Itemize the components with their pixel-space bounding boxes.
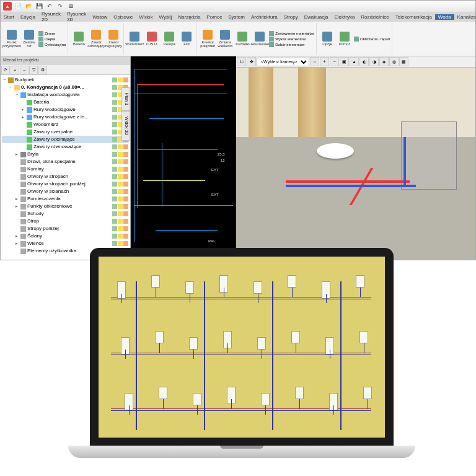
tree-expand-icon[interactable]: ▸ — [14, 151, 19, 158]
eye-icon[interactable] — [112, 196, 117, 201]
tree-expand-icon[interactable]: ▸ — [14, 195, 19, 203]
tree-item[interactable]: −0. Kondygnacja 0 (±0.00=... — [2, 84, 129, 91]
bulb-icon[interactable] — [118, 204, 123, 209]
tree-item[interactable]: Otwory w stropach poniżej — [2, 180, 129, 188]
ribbon-btn-kreator-po-cze-[interactable]: Kreator połączeń — [200, 28, 216, 50]
ribbon-btn-zaw-r-reguluj-cy[interactable]: Zawór regulujący — [105, 28, 121, 50]
tree-item[interactable]: Bateria — [2, 99, 129, 106]
tree-body[interactable]: −Budynek−0. Kondygnacja 0 (±0.00=...−Ins… — [1, 75, 130, 260]
qat-print[interactable]: 🖶 — [66, 2, 75, 11]
ribbon-btn-aksonometria[interactable]: Aksonometria — [252, 28, 268, 50]
lock-icon[interactable] — [123, 182, 128, 187]
eye-icon[interactable] — [112, 234, 117, 239]
menu-item-edycja[interactable]: Edycja — [17, 14, 38, 20]
tree-item[interactable]: Strop — [2, 218, 129, 225]
tree-item[interactable]: Otwory w ścianach — [2, 188, 129, 195]
lock-icon[interactable] — [123, 189, 128, 194]
menu-item-widok[interactable]: Widok — [136, 14, 156, 20]
v3d-top-btn[interactable]: ▲ — [350, 57, 359, 66]
tree-item[interactable]: Zawory czerpalne — [2, 128, 129, 136]
lock-icon[interactable] — [123, 219, 128, 224]
ribbon-btn-kszta-tki[interactable]: Kształtki — [234, 28, 250, 50]
eye-icon[interactable] — [112, 107, 117, 112]
eye-icon[interactable] — [112, 85, 117, 90]
qat-new[interactable]: 📄 — [14, 2, 22, 11]
bulb-icon[interactable] — [118, 144, 123, 149]
qat-open[interactable]: 📂 — [24, 2, 33, 11]
eye-icon[interactable] — [112, 122, 117, 127]
eye-icon[interactable] — [112, 211, 117, 216]
eye-icon[interactable] — [112, 77, 117, 82]
ribbon-mini-wykaz-element-w[interactable]: Wykaz elementów — [269, 37, 314, 42]
eye-icon[interactable] — [112, 241, 117, 246]
menu-item-telekomunikacja[interactable]: Telekomunikacja — [392, 14, 435, 20]
bulb-icon[interactable] — [118, 152, 123, 157]
bulb-icon[interactable] — [118, 196, 123, 201]
v3d-orbit-btn[interactable]: ⭮ — [237, 57, 246, 66]
eye-icon[interactable] — [112, 219, 117, 224]
ribbon-mini-zestawienie-materia-w[interactable]: Zestawienie materiałów — [269, 31, 314, 36]
tree-item[interactable]: ▸Punkty obliczeniowe — [2, 203, 129, 210]
lock-icon[interactable] — [123, 241, 128, 246]
viewport-2d[interactable]: EXT EXT PRL 25,5 12 — [131, 56, 236, 260]
menu-item-elektryka[interactable]: Elektryka — [331, 14, 358, 20]
qat-redo[interactable]: ↷ — [56, 2, 64, 11]
bulb-icon[interactable] — [118, 241, 123, 246]
tree-expand-icon[interactable]: ▸ — [14, 232, 19, 240]
tree-item[interactable]: −Instalacja wodociągowa — [2, 91, 129, 99]
lock-icon[interactable] — [123, 152, 128, 157]
tree-item[interactable]: Kominy — [2, 165, 129, 173]
ribbon-mini-cyrkulacyjna[interactable]: Cyrkulacyjna — [38, 42, 66, 47]
tree-expand-icon[interactable]: ▸ — [14, 240, 19, 247]
lock-icon[interactable] — [123, 226, 128, 231]
tree-expand-icon[interactable]: ▸ — [14, 203, 19, 210]
camera-select[interactable]: <Wybierz kamerę> — [257, 58, 309, 66]
ribbon-mini-obliczenia-i-raport[interactable]: Obliczenia i raport — [354, 37, 390, 42]
eye-icon[interactable] — [112, 144, 117, 149]
bulb-icon[interactable] — [118, 159, 123, 164]
eye-icon[interactable] — [112, 100, 117, 105]
tree-item[interactable]: ▸Wieńce — [2, 240, 129, 247]
bulb-icon[interactable] — [118, 211, 123, 216]
tree-expand-icon[interactable]: ▸ — [20, 113, 25, 121]
v3d-pan-btn[interactable]: ✥ — [247, 57, 256, 66]
tree-item[interactable]: ▸Rury wodociągowe — [2, 106, 129, 113]
eye-icon[interactable] — [112, 115, 117, 120]
ribbon-btn-punkt-przy-czenia[interactable]: Punkt przyłączenia — [4, 28, 20, 50]
eye-icon[interactable] — [112, 182, 117, 187]
eye-icon[interactable] — [112, 137, 117, 142]
tree-item[interactable]: ▸Ściany — [2, 232, 129, 240]
menu-item-kanalizacja[interactable]: Kanalizacja — [454, 14, 476, 20]
tree-item[interactable]: Stropy poniżej — [2, 225, 129, 232]
eye-icon[interactable] — [112, 159, 117, 164]
tree-item[interactable]: ▸Pomieszczenia — [2, 195, 129, 203]
menu-item-rysunek-3d[interactable]: Rysunek 3D — [64, 11, 89, 22]
eye-icon[interactable] — [112, 167, 117, 172]
ribbon-btn-filtr[interactable]: Filtr — [178, 28, 195, 50]
menu-item-wstaw[interactable]: Wstaw — [89, 14, 110, 20]
ribbon-btn-opcje[interactable]: Opcje — [319, 28, 335, 50]
v3d-wire-btn[interactable]: ▦ — [399, 57, 408, 66]
tree-expand-btn[interactable]: + — [11, 66, 19, 74]
v3d-zoom-out-btn[interactable]: − — [330, 57, 339, 66]
tree-item[interactable]: Drzwi, okna specjalne — [2, 158, 129, 165]
eye-icon[interactable] — [112, 92, 117, 97]
side-tab-plan[interactable]: Plan 1 — [121, 87, 130, 111]
menu-item-wyślĳ[interactable]: Wyślĳ — [156, 14, 175, 20]
qat-undo[interactable]: ↶ — [45, 2, 54, 11]
lock-icon[interactable] — [123, 204, 128, 209]
tree-item[interactable]: Otwory w stropach — [2, 173, 129, 180]
bulb-icon[interactable] — [118, 167, 123, 172]
v3d-zoom-in-btn[interactable]: + — [320, 57, 329, 66]
tree-expand-icon[interactable]: − — [2, 76, 7, 84]
bulb-icon[interactable] — [118, 77, 123, 82]
ribbon-mini-zimna[interactable]: Zimna — [38, 31, 66, 36]
ribbon-mini-ciep-a[interactable]: Ciepła — [38, 37, 66, 42]
tree-item[interactable]: Schody — [2, 210, 129, 218]
eye-icon[interactable] — [112, 204, 117, 209]
ribbon-btn-wodomierz[interactable]: Wodomierz — [126, 28, 143, 50]
menu-item-rozdzielnice[interactable]: Rozdzielnice — [358, 14, 392, 20]
v3d-iso-btn[interactable]: ◈ — [379, 57, 389, 66]
lock-icon[interactable] — [123, 196, 128, 201]
bulb-icon[interactable] — [118, 219, 123, 224]
